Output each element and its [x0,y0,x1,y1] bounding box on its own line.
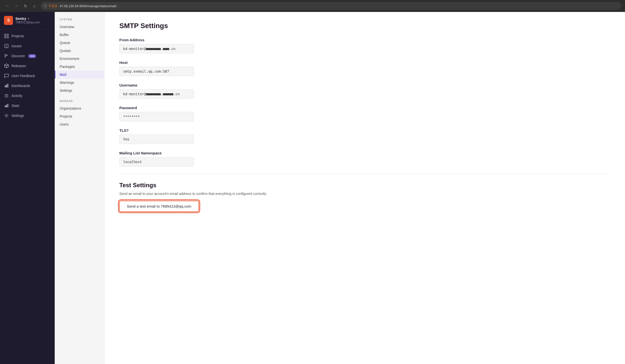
tls-section: TLS? Yes [119,128,610,144]
svg-line-8 [4,65,6,66]
sidebar-item-settings[interactable]: Settings [0,111,55,121]
sidebar-item-dashboards[interactable]: Dashboards [0,81,55,91]
sidebar-item-discover[interactable]: Discover new [0,51,55,61]
sub-nav-environment[interactable]: Environment [55,55,104,63]
box-icon [4,63,9,68]
url-text: 47.56.150.64:9000/manage/status/mail/ [60,4,116,8]
tls-label: TLS? [119,128,610,133]
username-section: Username kd-monitor@■■■■■■■.■■■■■.cn [119,83,610,99]
sidebar-item-stats[interactable]: Stats [0,101,55,111]
message-icon [4,73,9,78]
svg-point-6 [6,47,7,47]
sub-nav-overview[interactable]: Overview [55,23,104,31]
back-button[interactable]: ← [4,2,11,9]
sidebar-item-projects[interactable]: Projects [0,31,55,41]
info-icon: ⓘ [44,4,47,8]
svg-rect-12 [6,85,7,87]
test-settings-title: Test Settings [119,182,610,189]
sidebar-item-activity[interactable]: Activity [0,91,55,101]
sub-nav-quotas[interactable]: Quotas [55,47,104,55]
bar-chart-icon [4,103,9,108]
nav-buttons: ← → ↻ ⌂ [4,2,38,9]
username-value: kd-monitor@■■■■■■■.■■■■■.cn [119,89,194,99]
svg-rect-19 [6,105,7,107]
main-content: SMTP Settings From Address kd-monitor@■■… [104,12,625,364]
sub-nav-mail[interactable]: Mail [55,71,104,79]
issues-label: Issues [11,44,21,48]
app-layout: S Sentry ▼ 7685413@qq.com Projects [0,12,625,364]
host-label: Host [119,60,610,65]
manage-section-title: MANAGE [55,99,104,104]
security-label: 不安全 [49,4,58,8]
sub-nav-organizations[interactable]: Organizations [55,104,104,112]
section-divider [119,174,610,174]
svg-rect-0 [4,34,6,36]
settings-label: Settings [11,114,24,118]
forward-button[interactable]: → [13,2,20,9]
sub-nav-buffer[interactable]: Buffer [55,31,104,39]
address-bar[interactable]: ⓘ 不安全 47.56.150.64:9000/manage/status/ma… [41,2,621,10]
svg-rect-1 [7,34,8,36]
list-icon [4,93,9,98]
warning-icon [4,44,9,48]
from-address-value: kd-monitor@■■■■■■■.■■■.cn [119,44,194,53]
svg-rect-11 [5,86,6,87]
dashboards-label: Dashboards [11,84,30,88]
org-email: 7685413@qq.com [15,21,40,24]
svg-rect-13 [7,84,8,87]
sub-nav-warnings[interactable]: Warnings [55,79,104,87]
activity-label: Activity [11,94,22,98]
org-header[interactable]: S Sentry ▼ 7685413@qq.com [0,12,55,29]
sidebar-item-releases[interactable]: Releases [0,61,55,71]
grid-icon [4,34,9,39]
refresh-button[interactable]: ↻ [22,2,29,9]
send-test-email-button[interactable]: Send a test email to 7685413@qq.com [119,201,199,212]
username-label: Username [119,83,610,87]
svg-line-9 [6,65,8,66]
mailing-list-namespace-label: Mailing List Namespace [119,151,610,155]
sidebar-nav: Projects Issues Discove [0,29,55,364]
releases-label: Releases [11,64,26,68]
gear-icon [4,113,9,118]
user-feedback-label: User Feedback [11,74,35,78]
org-info: Sentry ▼ 7685413@qq.com [15,17,40,24]
sub-nav-projects[interactable]: Projects [55,112,104,120]
org-avatar: S [4,16,13,25]
projects-label: Projects [11,34,24,38]
discover-badge: new [28,54,36,58]
chart-icon [4,83,9,88]
sub-nav-settings[interactable]: Settings [55,87,104,94]
from-address-section: From Address kd-monitor@■■■■■■■.■■■.cn [119,38,610,53]
tls-value: Yes [119,135,194,144]
svg-rect-20 [7,104,8,107]
sub-sidebar: SYSTEM Overview Buffer Queue Quotas Envi… [55,12,104,364]
svg-rect-18 [5,106,6,107]
from-address-label: From Address [119,38,610,42]
host-value: smtp.exmail.qq.com:587 [119,67,194,76]
password-section: Password ******** [119,106,610,121]
stats-label: Stats [11,104,19,108]
test-settings-description: Send an email to your account's email ad… [119,192,610,196]
sub-nav-queue[interactable]: Queue [55,39,104,47]
password-label: Password [119,106,610,110]
sub-nav-packages[interactable]: Packages [55,63,104,71]
password-value: ******** [119,112,194,121]
mailing-list-namespace-section: Mailing List Namespace localhost [119,151,610,167]
discover-label: Discover [11,54,25,58]
page-title: SMTP Settings [119,22,610,30]
sidebar: S Sentry ▼ 7685413@qq.com Projects [0,12,55,364]
sidebar-item-user-feedback[interactable]: User Feedback [0,71,55,81]
chevron-down-icon: ▼ [27,17,30,20]
flag-icon [4,53,9,58]
sub-nav-users[interactable]: Users [55,120,104,128]
svg-rect-3 [7,37,8,38]
svg-point-21 [6,115,7,116]
system-section-title: SYSTEM [55,18,104,23]
org-name: Sentry ▼ [15,17,40,21]
mailing-list-namespace-value: localhost [119,157,194,167]
browser-chrome: ← → ↻ ⌂ ⓘ 不安全 47.56.150.64:9000/manage/s… [0,0,625,12]
host-section: Host smtp.exmail.qq.com:587 [119,60,610,76]
sidebar-item-issues[interactable]: Issues [0,41,55,51]
svg-rect-2 [4,37,6,38]
home-button[interactable]: ⌂ [31,2,38,9]
